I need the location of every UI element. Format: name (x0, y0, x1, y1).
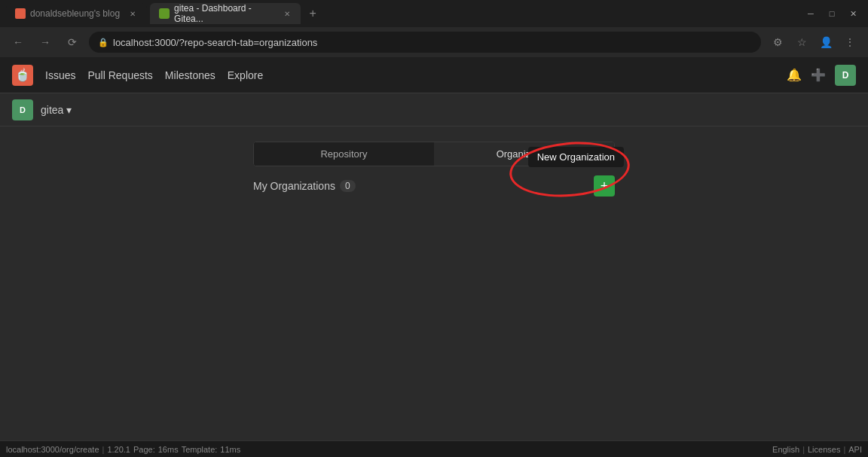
nav-explore[interactable]: Explore (228, 66, 263, 84)
forward-button[interactable]: → (35, 32, 56, 53)
username-label: gitea (41, 104, 63, 116)
org-header-row: My Organizations 0 New Organization + (253, 169, 615, 203)
browser-tab-2[interactable]: gitea - Dashboard - Gitea... ✕ (150, 3, 301, 24)
address-text: localhost:3000/?repo-search-tab=organiza… (113, 37, 317, 48)
status-template-label: Template: (182, 445, 218, 454)
org-title: My Organizations 0 (253, 180, 356, 192)
gitea-header: 🍵 Issues Pull Requests Milestones Explor… (0, 57, 868, 93)
minimize-button[interactable]: ─ (802, 5, 820, 23)
red-oval-wrapper: New Organization + (594, 175, 615, 197)
dropdown-arrow: ▾ (66, 104, 72, 116)
status-page-time: 16ms (158, 445, 179, 454)
create-plus-icon[interactable]: ➕ (811, 68, 826, 82)
tab-close-2[interactable]: ✕ (282, 8, 292, 19)
status-template-time: 11ms (220, 445, 240, 454)
tab-close-1[interactable]: ✕ (127, 8, 138, 19)
bell-icon[interactable]: 🔔 (787, 68, 802, 82)
gitea-logo: 🍵 (12, 65, 33, 86)
maximize-button[interactable]: □ (823, 5, 841, 23)
nav-milestones[interactable]: Milestones (165, 66, 215, 84)
tab-label-2: gitea - Dashboard - Gitea... (174, 3, 274, 24)
nav-issues[interactable]: Issues (45, 66, 75, 84)
status-sep-2: | (802, 445, 805, 454)
reload-button[interactable]: ⟳ (62, 32, 83, 53)
extensions-icon[interactable]: ⚙ (767, 32, 788, 53)
address-bar-row: ← → ⟳ 🔒 localhost:3000/?repo-search-tab=… (0, 27, 868, 57)
tab-favicon-1 (15, 8, 26, 19)
user-avatar-header[interactable]: D (835, 65, 856, 86)
header-right: 🔔 ➕ D (787, 65, 856, 86)
profile-icon[interactable]: 👤 (815, 32, 836, 53)
window-controls: ─ □ ✕ (802, 5, 862, 23)
user-name-dropdown[interactable]: gitea ▾ (41, 104, 72, 116)
my-organizations-label: My Organizations (253, 180, 335, 192)
dashboard-panel: Repository Organization My Organizations… (253, 142, 615, 425)
status-version: 1.20.1 (107, 445, 130, 454)
close-button[interactable]: ✕ (844, 5, 862, 23)
user-avatar-small: D (12, 99, 33, 120)
status-url: localhost:3000/org/create (6, 445, 99, 454)
back-button[interactable]: ← (8, 32, 29, 53)
menu-icon[interactable]: ⋮ (839, 32, 860, 53)
status-locale[interactable]: English (772, 445, 799, 454)
address-bar[interactable]: 🔒 localhost:3000/?repo-search-tab=organi… (89, 32, 761, 53)
add-organization-button[interactable]: + (594, 175, 615, 197)
browser-chrome: donaldsebleung's blog ✕ gitea - Dashboar… (0, 0, 868, 57)
main-content: Repository Organization My Organizations… (0, 126, 868, 440)
toolbar-right: ⚙ ☆ 👤 ⋮ (767, 32, 860, 53)
new-org-tooltip-container: New Organization + (594, 175, 615, 197)
tab-switcher: Repository Organization (253, 142, 615, 166)
lock-icon: 🔒 (98, 38, 108, 47)
status-api[interactable]: API (848, 445, 862, 454)
status-licenses[interactable]: Licenses (808, 445, 840, 454)
browser-tab-1[interactable]: donaldsebleung's blog ✕ (6, 3, 147, 24)
header-nav: Issues Pull Requests Milestones Explore (45, 66, 263, 84)
status-sep-3: | (843, 445, 845, 454)
tab-repository[interactable]: Repository (254, 142, 434, 166)
status-sep-1: | (102, 445, 105, 454)
tab-organization[interactable]: Organization (434, 142, 614, 166)
new-tab-button[interactable]: + (304, 5, 322, 23)
gitea-app: 🍵 Issues Pull Requests Milestones Explor… (0, 57, 868, 457)
tab-label-1: donaldsebleung's blog (30, 8, 120, 19)
status-page-label: Page: (133, 445, 155, 454)
tab-bar: donaldsebleung's blog ✕ gitea - Dashboar… (0, 0, 868, 27)
nav-pull-requests[interactable]: Pull Requests (87, 66, 152, 84)
tab-favicon-2 (159, 8, 170, 19)
org-count-badge: 0 (340, 180, 356, 192)
status-bar: localhost:3000/org/create | 1.20.1 Page:… (0, 440, 868, 457)
user-bar: D gitea ▾ (0, 93, 868, 126)
bookmark-icon[interactable]: ☆ (791, 32, 812, 53)
